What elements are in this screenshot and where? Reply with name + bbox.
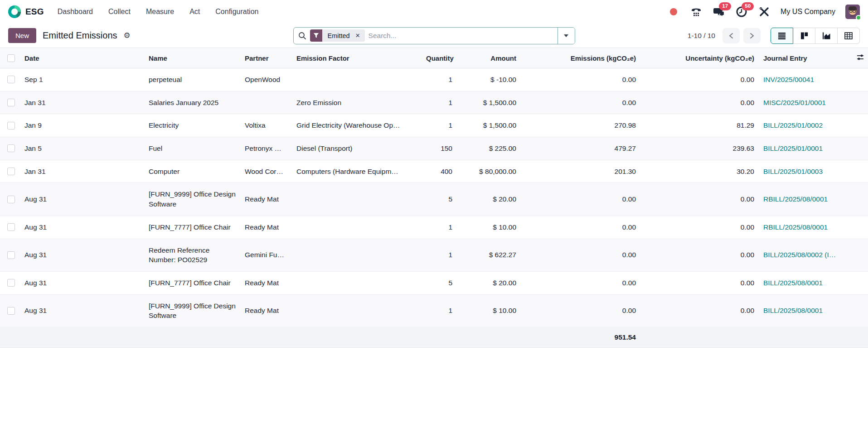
cell-quantity: 1 — [422, 91, 457, 114]
journal-entry-link[interactable]: BILL/2025/08/0002 (I… — [763, 251, 836, 259]
cell-name: [FURN_9999] Office Design Software — [144, 183, 240, 216]
cell-uncertainty: 0.00 — [640, 216, 759, 239]
menu-item-dashboard[interactable]: Dashboard — [57, 5, 94, 19]
row-checkbox[interactable] — [7, 279, 15, 287]
journal-entry-link[interactable]: BILL/2025/01/0001 — [763, 144, 823, 152]
search-dropdown-toggle[interactable] — [558, 28, 575, 44]
cell-emissions: 0.00 — [521, 68, 640, 91]
column-header-emission-factor[interactable]: Emission Factor — [292, 48, 422, 68]
menu-item-act[interactable]: Act — [189, 5, 201, 19]
cell-date: Sep 1 — [20, 68, 144, 91]
column-header-name[interactable]: Name — [144, 48, 240, 68]
cell-amount: $ 1,500.00 — [457, 91, 521, 114]
column-header-uncertainty[interactable]: Uncertainty (kgCO₂e) — [640, 48, 759, 68]
cell-date: Jan 31 — [20, 160, 144, 183]
row-checkbox[interactable] — [7, 122, 15, 130]
cell-emissions: 0.00 — [521, 294, 640, 327]
activities-clock-icon[interactable]: 50 — [735, 5, 748, 18]
cell-quantity: 1 — [422, 68, 457, 91]
search-bar: Emitted ✕ — [293, 27, 575, 44]
journal-entry-link[interactable]: BILL/2025/01/0002 — [763, 121, 823, 129]
table-row[interactable]: Aug 31 [FURN_9999] Office Design Softwar… — [0, 294, 868, 327]
table-row[interactable]: Jan 31 Computer Wood Cor… Computers (Har… — [0, 160, 868, 183]
column-header-date[interactable]: Date — [20, 48, 144, 68]
app-menu-toggle[interactable]: ESG — [8, 5, 44, 18]
messages-icon[interactable]: 17 — [713, 5, 725, 18]
pager-next-button[interactable] — [743, 28, 761, 43]
row-checkbox[interactable] — [7, 223, 15, 231]
table-row[interactable]: Aug 31 Redeem Reference Number: PO02529 … — [0, 239, 868, 271]
journal-entry-link[interactable]: INV/2025/00041 — [763, 76, 814, 83]
cell-partner: Wood Cor… — [240, 160, 292, 183]
app-name: ESG — [25, 7, 44, 17]
cell-amount: $ 20.00 — [457, 271, 521, 294]
table-row[interactable]: Aug 31 [FURN_7777] Office Chair Ready Ma… — [0, 216, 868, 239]
journal-entry-link[interactable]: RBILL/2025/08/0001 — [763, 223, 828, 231]
journal-entry-link[interactable]: RBILL/2025/08/0001 — [763, 195, 828, 203]
esg-app-logo-icon — [8, 5, 21, 18]
recording-indicator-icon[interactable] — [667, 5, 680, 18]
tools-icon[interactable] — [758, 5, 771, 18]
cell-name: Redeem Reference Number: PO02529 — [144, 239, 240, 271]
journal-entry-link[interactable]: BILL/2025/08/0001 — [763, 307, 823, 314]
search-input[interactable] — [369, 32, 553, 40]
journal-entry-link[interactable]: MISC/2025/01/0001 — [763, 99, 826, 106]
cell-quantity: 150 — [422, 137, 457, 160]
view-switch-pivot[interactable] — [837, 28, 860, 44]
menu-item-collect[interactable]: Collect — [107, 5, 131, 19]
cell-emissions: 0.00 — [521, 91, 640, 114]
journal-entry-link[interactable]: BILL/2025/01/0003 — [763, 168, 823, 175]
row-checkbox[interactable] — [7, 251, 15, 259]
journal-entry-link[interactable]: BILL/2025/08/0001 — [763, 279, 823, 287]
view-switch-graph[interactable] — [815, 28, 838, 44]
facet-remove-icon[interactable]: ✕ — [354, 29, 365, 42]
cell-date: Jan 31 — [20, 91, 144, 114]
cell-amount: $ -10.00 — [457, 68, 521, 91]
cell-quantity: 1 — [422, 239, 457, 271]
cell-name: [FURN_9999] Office Design Software — [144, 294, 240, 327]
menu-item-configuration[interactable]: Configuration — [214, 5, 259, 19]
view-switch-kanban[interactable] — [793, 28, 815, 44]
pager-previous-button[interactable] — [723, 28, 740, 43]
emissions-total: 951.54 — [521, 327, 640, 347]
column-header-quantity[interactable]: Quantity — [422, 48, 457, 68]
cell-amount: $ 10.00 — [457, 294, 521, 327]
row-checkbox[interactable] — [7, 144, 15, 152]
cell-date: Aug 31 — [20, 271, 144, 294]
column-header-partner[interactable]: Partner — [240, 48, 292, 68]
table-row[interactable]: Jan 31 Salaries January 2025 Zero Emissi… — [0, 91, 868, 114]
column-header-emissions[interactable]: Emissions (kgCO₂e) — [521, 48, 640, 68]
optional-columns-icon[interactable] — [852, 48, 868, 68]
row-checkbox[interactable] — [7, 99, 15, 106]
column-header-amount[interactable]: Amount — [457, 48, 521, 68]
cell-emissions: 479.27 — [521, 137, 640, 160]
table-row[interactable]: Aug 31 [FURN_9999] Office Design Softwar… — [0, 183, 868, 216]
menu-item-measure[interactable]: Measure — [145, 5, 175, 19]
user-avatar[interactable] — [845, 5, 860, 19]
cell-emission-factor: Zero Emission — [292, 91, 422, 114]
row-checkbox[interactable] — [7, 168, 15, 175]
table-row[interactable]: Sep 1 perpeteual OpenWood 1 $ -10.00 0.0… — [0, 68, 868, 91]
cell-uncertainty: 81.29 — [640, 114, 759, 137]
row-checkbox[interactable] — [7, 196, 15, 203]
cell-partner: OpenWood — [240, 68, 292, 91]
voip-phone-icon[interactable] — [690, 5, 703, 18]
table-row[interactable]: Jan 5 Fuel Petronyx … Diesel (Transport)… — [0, 137, 868, 160]
cell-uncertainty: 0.00 — [640, 183, 759, 216]
cell-amount: $ 1,500.00 — [457, 114, 521, 137]
cell-quantity: 1 — [422, 216, 457, 239]
row-checkbox[interactable] — [7, 76, 15, 83]
cell-emission-factor — [292, 68, 422, 91]
company-switcher[interactable]: My US Company — [781, 8, 835, 16]
view-switch-list[interactable] — [771, 28, 793, 44]
new-button[interactable]: New — [8, 28, 36, 43]
gear-icon[interactable]: ⚙ — [124, 32, 131, 39]
cell-quantity: 5 — [422, 183, 457, 216]
select-all-checkbox[interactable] — [7, 54, 15, 62]
table-row[interactable]: Jan 9 Electricity Voltixa Grid Electrici… — [0, 114, 868, 137]
table-row[interactable]: Aug 31 [FURN_7777] Office Chair Ready Ma… — [0, 271, 868, 294]
emissions-table-body: Sep 1 perpeteual OpenWood 1 $ -10.00 0.0… — [0, 68, 868, 327]
chevron-right-icon — [749, 33, 755, 39]
row-checkbox[interactable] — [7, 307, 15, 315]
column-header-journal-entry[interactable]: Journal Entry — [759, 48, 852, 68]
